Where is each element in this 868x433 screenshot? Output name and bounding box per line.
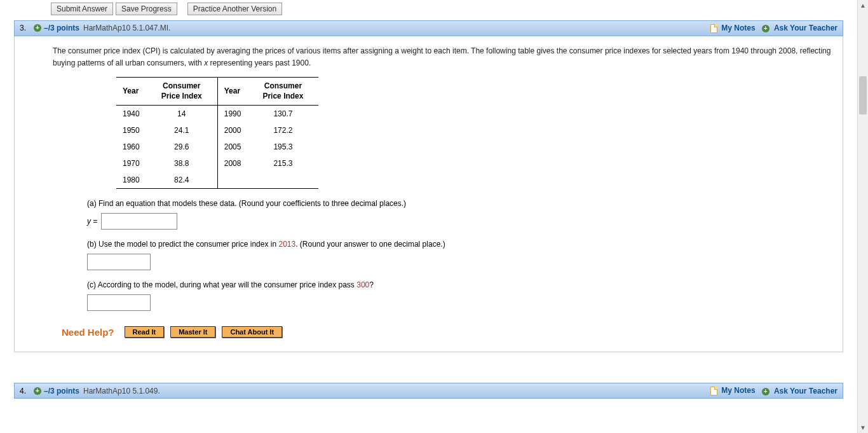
read-it-button[interactable]: Read It [125, 326, 165, 338]
col-cpi: ConsumerPrice Index [155, 78, 218, 106]
table-cell: 2008 [217, 155, 256, 172]
table-cell: 130.7 [256, 106, 318, 123]
table-cell: 172.2 [256, 122, 318, 139]
table-cell: 24.1 [155, 122, 218, 139]
my-notes-link[interactable]: My Notes [710, 386, 756, 395]
table-cell: 82.4 [155, 172, 218, 189]
table-cell: 2000 [217, 122, 256, 139]
part-c-text: (c) According to the model, during what … [87, 279, 831, 291]
y-equals-label: y = [87, 217, 97, 226]
col-cpi-2: ConsumerPrice Index [256, 78, 318, 106]
question-description: The consumer price index (CPI) is calcul… [53, 45, 831, 69]
col-year: Year [116, 78, 155, 106]
part-b-text: (b) Use the model to predict the consume… [87, 238, 831, 250]
points-label: –/3 points [44, 387, 79, 395]
part-a-answer-row: y = [87, 213, 831, 230]
scroll-up-icon[interactable]: ▲ [858, 0, 868, 11]
submit-answer-button[interactable]: Submit Answer [51, 3, 113, 15]
expand-icon[interactable]: + [34, 387, 41, 395]
question-number: 3. [20, 24, 34, 32]
part-a-input[interactable] [101, 213, 177, 230]
cpi-table: Year ConsumerPrice Index Year ConsumerPr… [116, 77, 318, 189]
table-cell: 1960 [116, 139, 155, 155]
question-reference: HarMathAp10 5.1.049. [83, 387, 160, 395]
table-cell: 14 [155, 106, 218, 123]
question-3-header: 3. + –/3 points HarMathAp10 5.1.047.MI. … [14, 20, 843, 36]
table-cell [217, 172, 256, 189]
table-cell: 38.8 [155, 155, 218, 172]
part-c-input[interactable] [87, 294, 151, 311]
plus-icon: + [762, 25, 770, 32]
table-cell: 29.6 [155, 139, 218, 155]
save-progress-button[interactable]: Save Progress [116, 3, 177, 15]
table-cell: 1980 [116, 172, 155, 189]
ask-teacher-link[interactable]: + Ask Your Teacher [762, 24, 837, 32]
top-button-bar: Submit Answer Save Progress Practice Ano… [51, 3, 857, 15]
ask-teacher-link[interactable]: + Ask Your Teacher [762, 387, 837, 395]
practice-another-button[interactable]: Practice Another Version [187, 3, 282, 15]
question-4-header: 4. + –/3 points HarMathAp10 5.1.049. My … [14, 383, 843, 399]
table-cell: 1950 [116, 122, 155, 139]
note-icon [710, 387, 717, 395]
part-a-text: (a) Find an equation that models these d… [87, 198, 831, 209]
points-label: –/3 points [44, 24, 79, 32]
table-cell [256, 172, 318, 189]
table-cell: 195.3 [256, 139, 318, 155]
need-help-label: Need Help? [62, 327, 114, 338]
need-help-bar: Need Help? Read It Master It Chat About … [62, 326, 831, 338]
col-year-2: Year [217, 78, 256, 106]
table-cell: 1990 [217, 106, 256, 123]
table-cell: 2005 [217, 139, 256, 155]
chat-about-it-button[interactable]: Chat About It [222, 326, 282, 338]
scroll-thumb[interactable] [859, 76, 867, 114]
table-cell: 215.3 [256, 155, 318, 172]
expand-icon[interactable]: + [34, 24, 41, 32]
master-it-button[interactable]: Master It [170, 326, 215, 338]
part-b-input[interactable] [87, 254, 151, 270]
my-notes-link[interactable]: My Notes [710, 24, 756, 33]
question-reference: HarMathAp10 5.1.047.MI. [83, 24, 170, 32]
question-3-body: The consumer price index (CPI) is calcul… [14, 36, 843, 353]
question-number: 4. [20, 387, 34, 395]
table-cell: 1940 [116, 106, 155, 123]
plus-icon: + [762, 388, 770, 395]
scrollbar[interactable]: ▲ ▼ [857, 0, 868, 411]
table-cell: 1970 [116, 155, 155, 172]
note-icon [710, 24, 717, 33]
